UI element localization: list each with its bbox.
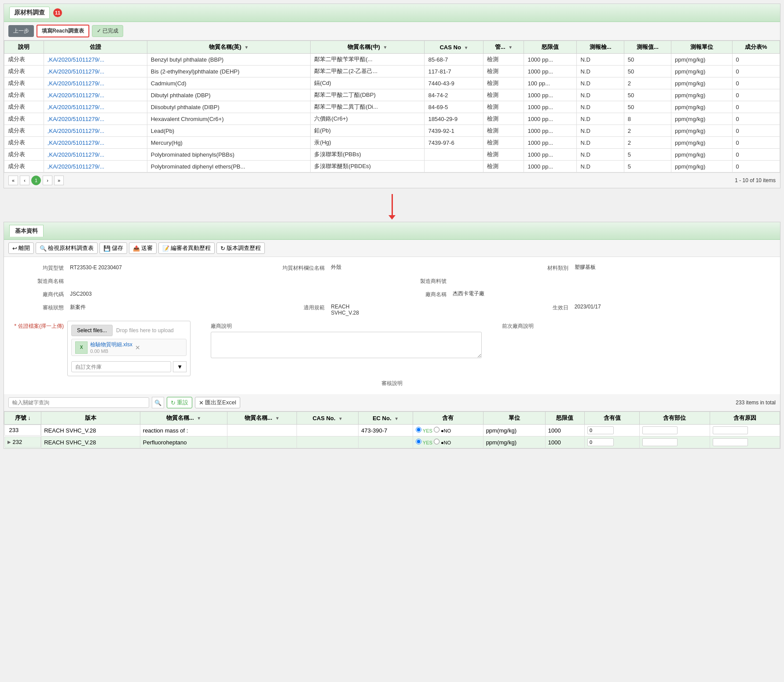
col-report-unit: 測報單位 (671, 41, 732, 54)
filter-name-en-b[interactable]: ▼ (197, 416, 201, 421)
save-button[interactable]: 💾 儲存 (99, 242, 127, 254)
reason-input[interactable] (713, 438, 748, 446)
cell-vendor: ,KA/2020/51011279/... (44, 54, 147, 66)
cell-mgmt: 檢測 (484, 161, 524, 172)
maker-name-value (67, 279, 390, 282)
has-yes-radio[interactable]: YES (416, 440, 434, 445)
filter-name-zh-b[interactable]: ▼ (275, 416, 279, 421)
col-seq: 序號 ↓ (4, 412, 41, 425)
cell-report-unit: ppm(mg/kg) (671, 113, 732, 125)
cell-report-val: 8 (624, 113, 671, 125)
tab-basic-info[interactable]: 基本資料 (9, 225, 44, 237)
cell-report-val: 50 (624, 101, 671, 113)
cell-ec (359, 436, 413, 448)
search-input[interactable] (8, 397, 149, 408)
vendor-note-textarea[interactable] (211, 332, 482, 358)
col-name-en: 物質名稱(英) ▼ (147, 41, 311, 54)
cell-note: 成分表 (4, 77, 44, 89)
filter-icon-mgmt[interactable]: ▼ (508, 45, 513, 50)
cell-name-zh: 鄰苯二甲酸苄苯甲酯(... (311, 54, 425, 66)
cell-report-val: 2 (624, 125, 671, 137)
cell-has: YES ●NO (413, 436, 483, 448)
version-icon: ↻ (220, 245, 225, 252)
leave-button[interactable]: ↩ 離開 (8, 242, 34, 254)
next-page-btn[interactable]: › (43, 176, 52, 185)
export-button[interactable]: ✕ 匯出至Excel (195, 397, 240, 408)
first-page-btn[interactable]: « (8, 176, 18, 185)
cell-note: 成分表 (4, 137, 44, 149)
value-input[interactable] (587, 438, 614, 446)
cell-limit-b: 1000 (545, 425, 584, 436)
cell-limit: 1000 pp... (524, 137, 577, 149)
cell-percent: 0 (732, 125, 780, 137)
cell-report-val: 50 (624, 66, 671, 77)
last-page-btn[interactable]: » (54, 176, 64, 185)
part-input[interactable] (642, 426, 678, 434)
view-survey-button[interactable]: 🔍 檢視原材料調查表 (36, 242, 98, 254)
cell-report-check: N.D (577, 149, 624, 161)
has-yes-radio[interactable]: YES (416, 428, 434, 433)
cell-vendor: ,KA/2020/51011279/... (44, 149, 147, 161)
cell-limit: 1000 pp... (524, 113, 577, 125)
filter-cas-b[interactable]: ▼ (338, 416, 343, 421)
done-button[interactable]: ✓ 已完成 (92, 25, 123, 37)
col-ec: EC No. ▼ (359, 412, 413, 425)
cell-cas-no: 84-69-5 (425, 101, 484, 113)
page-1-btn[interactable]: 1 (31, 176, 41, 185)
filter-ec[interactable]: ▼ (394, 416, 399, 421)
select-files-button[interactable]: Select files... (71, 325, 113, 336)
cell-name-zh: 多溴聯苯醚類(PBDEs) (311, 161, 425, 172)
custom-lib-input[interactable] (71, 361, 171, 372)
cell-mgmt: 檢測 (484, 89, 524, 101)
filter-icon-name-en[interactable]: ▼ (244, 45, 249, 50)
cell-cas-no: 85-68-7 (425, 54, 484, 66)
cell-percent: 0 (732, 54, 780, 66)
send-button[interactable]: 📤 送審 (129, 242, 157, 254)
cell-cas-no (425, 161, 484, 172)
cell-name-zh: 六價鉻(Cr6+) (311, 113, 425, 125)
table-row: 成分表 ,KA/2020/51011279/... Hexavalent Chr… (4, 113, 780, 125)
cell-report-unit: ppm(mg/kg) (671, 77, 732, 89)
cell-name-zh: 鎘(Cd) (311, 77, 425, 89)
reason-input[interactable] (713, 426, 748, 434)
back-button[interactable]: 上一步 (8, 25, 34, 37)
fill-reach-button[interactable]: 填寫Reach調查表 (37, 25, 89, 37)
table-row: 成分表 ,KA/2020/51011279/... Lead(Pb) 鉛(Pb)… (4, 125, 780, 137)
cell-limit: 1000 pp... (524, 125, 577, 137)
cell-report-val: 2 (624, 137, 671, 149)
cell-report-check: N.D (577, 89, 624, 101)
has-no-radio[interactable]: ●NO (434, 428, 451, 433)
filter-icon-cas[interactable]: ▼ (464, 45, 468, 50)
file-close-button[interactable]: ✕ (135, 344, 140, 351)
version-history-button[interactable]: ↻ 版本調查歷程 (216, 242, 265, 254)
part-input[interactable] (642, 438, 678, 446)
bottom-data-table: 序號 ↓ 版本 物質名稱... ▼ 物質名稱... ▼ CAS No. ▼ EC… (4, 411, 780, 448)
cell-unit: ppm(mg/kg) (483, 425, 545, 436)
edit-history-button[interactable]: 📝 編審者異動歷程 (158, 242, 215, 254)
cell-vendor: ,KA/2020/51011279/... (44, 125, 147, 137)
col-reason: 含有原因 (710, 412, 780, 425)
cell-mgmt: 檢測 (484, 137, 524, 149)
has-no-radio[interactable]: ●NO (434, 440, 451, 445)
quality-slot-label: 均質材料欄位名稱 (272, 263, 325, 272)
cell-reason (710, 436, 780, 448)
cell-report-unit: ppm(mg/kg) (671, 66, 732, 77)
cell-part (640, 425, 710, 436)
col-limit: 怒限值 (524, 41, 577, 54)
prev-page-btn[interactable]: ‹ (20, 176, 29, 185)
vendor-name-value: 杰西卡電子廠 (450, 289, 773, 299)
cell-report-unit: ppm(mg/kg) (671, 125, 732, 137)
sort-seq-icon[interactable]: ↓ (28, 414, 31, 421)
cell-mgmt: 檢測 (484, 66, 524, 77)
value-input[interactable] (587, 426, 614, 434)
page-info: 1 - 10 of 10 items (735, 177, 776, 183)
custom-lib-dropdown[interactable]: ▼ (173, 361, 187, 372)
reset-button[interactable]: ↻ 重設 (167, 397, 192, 408)
row-arrow: ▶ (7, 440, 11, 444)
search-button[interactable]: 🔍 (152, 397, 164, 408)
filter-icon-name-zh[interactable]: ▼ (383, 45, 388, 50)
cell-report-unit: ppm(mg/kg) (671, 161, 732, 172)
cell-percent: 0 (732, 66, 780, 77)
quality-slot-value: 外殼 (328, 262, 529, 272)
cell-cas-no: 7439-97-6 (425, 137, 484, 149)
